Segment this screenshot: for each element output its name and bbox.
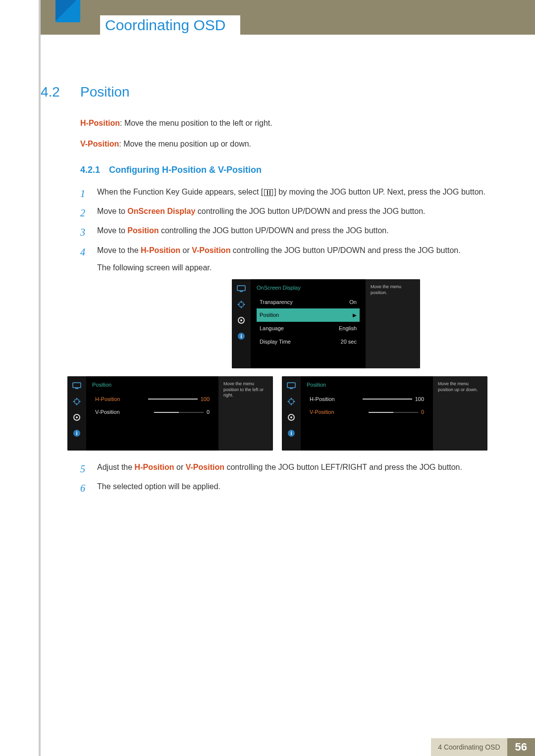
monitor-icon xyxy=(237,284,246,293)
osd1-help: Move the menu position. xyxy=(366,279,420,368)
svg-text:i: i xyxy=(290,430,292,436)
osd-panel-onscreen-display: i OnScreen Display TransparencyOn Positi… xyxy=(232,279,420,368)
osd3-title: Position xyxy=(307,380,427,390)
menu-icon xyxy=(264,189,273,196)
gear-icon xyxy=(287,413,296,422)
hposition-label: H-Position xyxy=(80,119,120,127)
osd-panel-vposition: i Position H-Position 100 V-Position xyxy=(282,376,487,451)
move-icon xyxy=(72,397,81,406)
vposition-label: V-Position xyxy=(80,140,119,148)
info-icon: i xyxy=(287,429,296,438)
vposition-description: V-Position: Move the menu position up or… xyxy=(80,138,505,150)
svg-rect-1 xyxy=(240,291,243,292)
move-icon xyxy=(237,300,246,309)
osd1-title: OnScreen Display xyxy=(257,283,360,293)
left-margin-stripe xyxy=(39,0,41,756)
svg-rect-7 xyxy=(73,383,81,388)
osd2-row-vposition: V-Position 0 xyxy=(92,405,213,419)
svg-point-4 xyxy=(240,319,242,321)
svg-rect-16 xyxy=(289,400,293,403)
chapter-title: Coordinating OSD xyxy=(100,15,240,35)
osd2-help: Move the menu position to the left or ri… xyxy=(218,376,273,451)
chapter-number-badge xyxy=(55,0,80,22)
steps-list: When the Function Key Guide appears, sel… xyxy=(80,185,505,493)
monitor-icon xyxy=(72,381,81,390)
osd-panel-hposition: i Position H-Position 100 V-Position xyxy=(67,376,273,451)
svg-rect-2 xyxy=(239,302,243,306)
osd2-row-hposition: H-Position 100 xyxy=(92,393,213,406)
step-3: Move to Position controlling the JOG but… xyxy=(80,224,505,237)
footer-chapter-label: 4 Coordinating OSD xyxy=(431,738,507,756)
osd1-row-language: LanguageEnglish xyxy=(257,322,360,335)
osd3-help: Move the menu position up or down. xyxy=(433,376,487,451)
osd3-row-vposition: V-Position 0 xyxy=(307,405,427,419)
step-5: Adjust the H-Position or V-Position cont… xyxy=(80,460,505,474)
info-icon: i xyxy=(237,332,246,341)
info-icon: i xyxy=(72,429,81,438)
section-title: Position xyxy=(80,84,130,100)
osd3-row-hposition: H-Position 100 xyxy=(307,393,427,406)
gear-icon xyxy=(72,413,81,422)
chapter-header-banner: Coordinating OSD xyxy=(41,0,535,35)
svg-rect-9 xyxy=(75,400,79,403)
hposition-description: H-Position: Move the menu position to th… xyxy=(80,117,505,129)
svg-rect-8 xyxy=(75,388,78,389)
section-number: 4.2 xyxy=(41,84,80,100)
osd1-row-transparency: TransparencyOn xyxy=(257,296,360,309)
page-footer: 4 Coordinating OSD 56 xyxy=(41,738,535,756)
svg-rect-0 xyxy=(237,286,245,291)
monitor-icon xyxy=(287,381,296,390)
step-4-note: The following screen will appear. xyxy=(97,261,505,274)
subsection-title: Configuring H-Position & V-Position xyxy=(109,165,262,175)
footer-page-number: 56 xyxy=(507,738,535,756)
chevron-right-icon: ▶ xyxy=(353,311,357,319)
svg-text:i: i xyxy=(240,333,242,339)
step-1: When the Function Key Guide appears, sel… xyxy=(80,185,505,199)
gear-icon xyxy=(237,316,246,325)
svg-point-11 xyxy=(76,416,78,418)
subsection-heading: 4.2.1 Configuring H-Position & V-Positio… xyxy=(80,165,505,175)
osd1-row-displaytime: Display Time20 sec xyxy=(257,335,360,349)
osd1-row-position: Position▶ xyxy=(257,308,360,322)
svg-point-18 xyxy=(290,416,292,418)
subsection-number: 4.2.1 xyxy=(80,165,109,175)
step-2: Move to OnScreen Display controlling the… xyxy=(80,204,505,218)
section-heading: 4.2 Position xyxy=(41,84,505,100)
svg-rect-14 xyxy=(287,383,295,388)
step-6: The selected option will be applied. xyxy=(80,480,505,493)
svg-text:i: i xyxy=(76,430,77,436)
osd-screenshots: i OnScreen Display TransparencyOn Positi… xyxy=(147,279,505,451)
step-4: Move to the H-Position or V-Position con… xyxy=(80,244,505,451)
osd-sidebar-icons: i xyxy=(232,279,251,368)
svg-rect-15 xyxy=(290,388,293,389)
osd2-title: Position xyxy=(92,380,213,390)
move-icon xyxy=(287,397,296,406)
